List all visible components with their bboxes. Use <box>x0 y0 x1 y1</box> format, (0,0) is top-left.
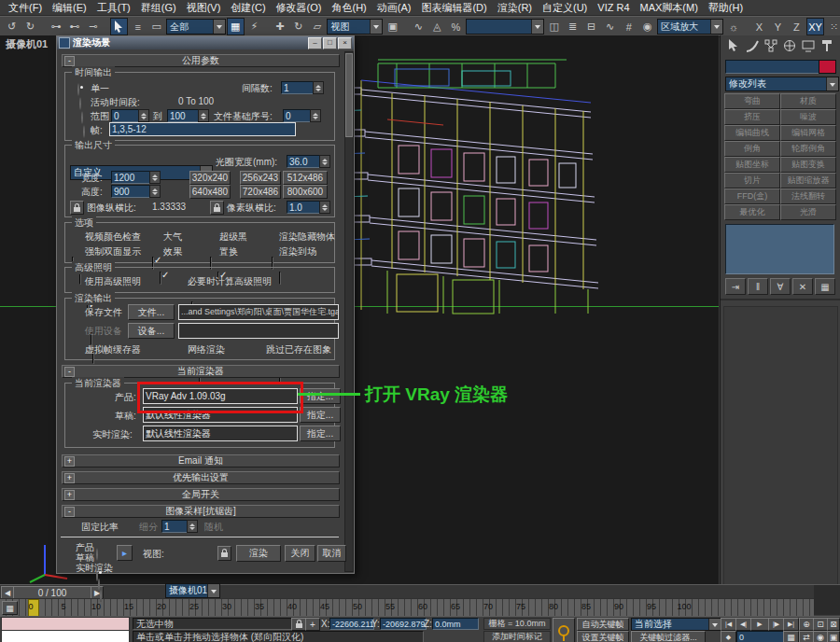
frames-radio[interactable] <box>83 125 85 138</box>
tab-utilities[interactable] <box>818 37 835 54</box>
height-spinner[interactable] <box>149 185 161 198</box>
go-to-start-button[interactable]: |◀ <box>721 618 736 631</box>
arc-rotate-icon[interactable]: ◉ <box>813 631 828 642</box>
preset-256x243-button[interactable]: 256x243 <box>240 171 281 185</box>
range-from-spinner[interactable] <box>138 109 149 122</box>
rollout-email[interactable]: + Email 通知 <box>62 454 340 468</box>
scrollbar-thumb[interactable] <box>345 53 353 137</box>
axis-y-button[interactable]: Y <box>769 18 787 35</box>
key-mode-toggle[interactable]: ◆ <box>721 631 736 642</box>
cancel-button[interactable]: 取消 <box>317 545 346 562</box>
assign-draft-button[interactable]: 指定... <box>300 407 341 423</box>
menu-graph-editors[interactable]: 图表编辑器(D) <box>416 0 491 16</box>
menu-create[interactable]: 创建(C) <box>226 0 270 16</box>
named-selection-dropdown[interactable] <box>466 19 544 35</box>
viewport-dropdown[interactable]: 摄像机01 <box>165 583 220 598</box>
axis-z-button[interactable]: Z <box>788 18 805 35</box>
collapse-icon[interactable]: - <box>64 507 75 517</box>
key-filters-button[interactable]: 关键帧过滤器... <box>631 631 706 642</box>
modifier-map-xform-button[interactable]: 贴图变换 <box>780 157 836 173</box>
x-coordinate-field[interactable]: -22606.211 <box>329 618 374 630</box>
select-and-link-icon[interactable]: ⊶ <box>48 18 65 35</box>
render-button[interactable]: 渲染 <box>236 545 281 562</box>
viewport-lock-button[interactable] <box>217 546 231 561</box>
axis-x-button[interactable]: X <box>750 18 768 35</box>
chevron-down-icon[interactable] <box>213 20 225 34</box>
range-to-spinner[interactable] <box>198 109 209 122</box>
aperture-field[interactable]: 36.0 <box>287 155 324 168</box>
rollout-common-parameters[interactable]: - 公用参数 <box>62 54 340 67</box>
select-by-name-icon[interactable]: ≡ <box>129 18 147 35</box>
chevron-down-icon[interactable] <box>710 20 722 34</box>
auto-key-button[interactable]: 自动关键帧 <box>577 618 629 631</box>
width-spinner[interactable] <box>149 171 161 184</box>
rollout-global-switches[interactable]: + 全局开关 <box>62 488 340 501</box>
modifier-optimize-button[interactable]: 最优化 <box>724 204 780 220</box>
menu-animation[interactable]: 动画(A) <box>372 0 416 16</box>
select-and-move-icon[interactable]: ✚ <box>271 18 288 35</box>
output-path-field[interactable]: ...and Settings\郑向阳\桌面\贾国华住宅.tga <box>178 304 339 320</box>
z-coordinate-field[interactable]: 0.0mm <box>432 618 479 630</box>
selection-filter-dropdown[interactable]: 全部 <box>166 19 226 35</box>
menu-character[interactable]: 角色(H) <box>328 0 371 16</box>
rollout-image-sampler[interactable]: - 图像采样[抗锯齿] <box>62 505 340 518</box>
menu-vizr4[interactable]: VIZ R4 <box>593 1 634 14</box>
menu-rendering[interactable]: 渲染(R) <box>493 0 537 16</box>
every-nth-spinner[interactable] <box>313 81 324 94</box>
material-editor-icon[interactable]: ◉ <box>638 18 656 35</box>
selection-set-dropdown[interactable]: 当前选择 <box>631 618 721 631</box>
maxscript-listener-field[interactable] <box>1 630 130 642</box>
rollout-output-settings[interactable]: + 优先输出设置 <box>62 471 340 484</box>
modifier-edit-spline-button[interactable]: 编辑曲线 <box>724 125 780 141</box>
pixel-aspect-spinner[interactable] <box>319 201 330 214</box>
range-radio[interactable] <box>81 111 83 124</box>
device-field[interactable] <box>178 323 339 339</box>
modifier-uvw-map-button[interactable]: 贴图坐标 <box>724 157 780 173</box>
render-preset-arrow-button[interactable]: ▸ <box>117 545 133 561</box>
selection-lock-button[interactable] <box>291 618 306 631</box>
assign-production-button[interactable]: 指定... <box>300 388 341 404</box>
menu-group[interactable]: 群组(G) <box>136 0 181 16</box>
select-object-icon[interactable] <box>110 18 128 35</box>
tab-modify[interactable] <box>743 37 761 54</box>
snap-toggle-icon[interactable]: ∿ <box>410 18 427 35</box>
chevron-down-icon[interactable] <box>531 20 543 34</box>
pixel-aspect-field[interactable]: 1.0 <box>287 201 324 214</box>
frames-field[interactable]: 1,3,5-12 <box>109 122 296 136</box>
tab-hierarchy[interactable] <box>762 37 779 54</box>
previous-frame-button[interactable]: ◀| <box>735 618 751 631</box>
prev-frame-arrow[interactable]: ◀ <box>1 586 14 599</box>
play-button[interactable]: ▶ <box>750 618 769 631</box>
zoom-extents-icon[interactable]: ⊡ <box>813 618 828 631</box>
spinner-snap-icon[interactable]: ⁙ <box>825 18 840 35</box>
mini-curve-editor-icon[interactable]: ▦ <box>2 601 18 615</box>
region-zoom-dropdown[interactable]: 区域放大 <box>657 19 723 35</box>
bind-to-spacewarp-icon[interactable]: ⊸ <box>85 18 103 35</box>
next-frame-button[interactable]: |▶ <box>768 618 784 631</box>
activeshade-renderer-field[interactable]: 默认线性渲染器 <box>143 426 298 441</box>
object-color-swatch[interactable] <box>819 60 836 74</box>
angle-snap-icon[interactable]: ◬ <box>428 18 446 35</box>
menu-customize[interactable]: 自定义(U) <box>538 0 592 16</box>
single-radio[interactable] <box>77 83 79 96</box>
file-button[interactable]: 文件... <box>128 304 175 320</box>
minimize-icon[interactable]: – <box>308 37 322 49</box>
percent-snap-icon[interactable]: % <box>447 18 465 35</box>
set-key-button[interactable] <box>553 618 575 642</box>
aperture-spinner[interactable] <box>319 155 330 168</box>
pan-icon[interactable]: ⇄ <box>799 631 814 642</box>
current-frame-field[interactable]: 0 <box>736 631 787 642</box>
add-time-tag[interactable]: 添加时间标记 <box>483 631 551 642</box>
modifier-list-dropdown[interactable]: 修改列表 <box>725 77 839 91</box>
modifier-normal-button[interactable]: 法线翻转 <box>780 188 836 204</box>
chevron-down-icon[interactable] <box>826 77 838 91</box>
undo-icon[interactable]: ↺ <box>3 18 21 35</box>
modifier-ffd-box-button[interactable]: FFD(盒) <box>724 188 780 204</box>
modifier-map-scaler-button[interactable]: 贴图缩放器 <box>780 173 836 188</box>
modifier-stack-list[interactable] <box>725 224 834 274</box>
chevron-down-icon[interactable] <box>207 584 219 597</box>
expand-icon[interactable]: + <box>64 490 75 500</box>
preset-640x480-button[interactable]: 640x480 <box>189 185 231 199</box>
modifier-squeeze-button[interactable]: 挤压 <box>724 109 780 125</box>
menu-help[interactable]: 帮助(H) <box>704 0 748 16</box>
